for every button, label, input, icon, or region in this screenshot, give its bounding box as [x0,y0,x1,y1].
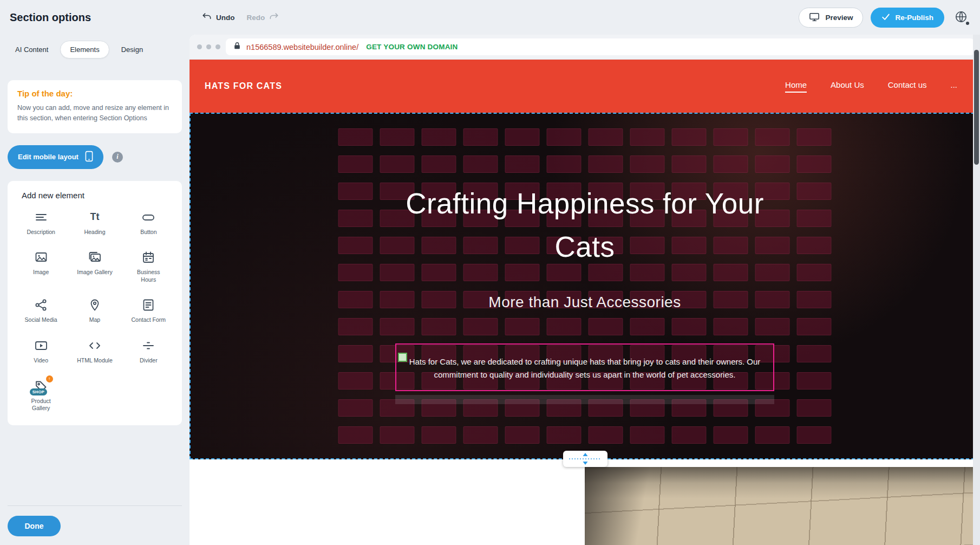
section-resize-handle[interactable] [563,451,607,467]
element-image-gallery[interactable]: Image Gallery [68,250,121,283]
floor-photo [585,467,980,545]
element-html-module[interactable]: HTML Module [68,338,121,365]
tip-of-the-day-card: Tip of the day: Now you can add, move an… [8,80,182,133]
grid-cell [338,210,373,227]
element-product-gallery[interactable]: SHOP↑Product Gallery [14,379,68,412]
grid-cell [714,426,748,444]
element-label: Business Hours [129,269,168,283]
grid-cell [463,155,498,173]
element-contact-form[interactable]: Contact Form [122,297,175,324]
scrollbar-track [973,35,980,545]
grid-cell [338,318,373,335]
element-button[interactable]: Button [122,210,175,236]
heading-icon: Tt [90,210,99,225]
grid-cell [338,237,373,254]
topbar: Section options Undo Redo Preview Re-Pub [0,0,980,35]
tab-design[interactable]: Design [114,41,151,59]
redo-icon [269,11,279,24]
redo-label: Redo [247,14,265,22]
grid-cell [463,426,498,444]
element-heading[interactable]: TtHeading [68,210,121,236]
grid-cell [338,345,373,362]
grid-cell [797,264,832,281]
grid-cell [422,426,456,444]
grid-cell [755,128,790,146]
scrollbar[interactable] [974,50,979,165]
tab-elements[interactable]: Elements [60,41,109,59]
product-gallery-icon: SHOP↑ [34,379,48,394]
info-icon[interactable]: i [112,152,123,163]
element-image[interactable]: Image [14,250,68,283]
grid-cell [422,318,456,335]
image-gallery-icon [88,250,102,265]
preview-button[interactable]: Preview [799,8,863,28]
html-module-icon [88,338,102,353]
undo-label: Undo [216,14,235,22]
grid-cell [714,318,748,335]
edit-mobile-layout-button[interactable]: Edit mobile layout [8,145,103,169]
element-label: Button [140,229,156,236]
grid-cell [338,426,373,444]
republish-button[interactable]: Re-Publish [871,8,944,28]
next-section[interactable] [190,467,980,545]
element-label: Image [33,269,49,276]
get-domain-link[interactable]: GET YOUR OWN DOMAIN [366,43,458,51]
shop-badge: SHOP [30,388,47,395]
element-divider[interactable]: Divider [122,338,175,365]
grid-cell [505,155,540,173]
notification-dot [966,22,969,25]
grid-cell [338,399,373,417]
grid-cell [505,128,540,146]
tab-ai-content[interactable]: AI Content [8,41,56,59]
element-video[interactable]: Video [14,338,68,365]
devices-icon [809,11,820,24]
grid-cell [338,372,373,390]
hero-subheading[interactable]: More than Just Accessories [190,294,980,311]
element-label: Divider [140,357,158,365]
grid-cell [380,426,415,444]
selected-paragraph[interactable]: Hats for Cats, we are dedicated to craft… [395,343,774,391]
element-description[interactable]: Description [14,210,68,236]
nav-home[interactable]: Home [785,80,807,93]
hero-heading[interactable]: Crafting Happiness for Your Cats [401,182,769,268]
grid-cell [422,128,456,146]
grid-cell [797,210,832,227]
nav-more[interactable]: ... [950,80,957,93]
done-button[interactable]: Done [8,516,61,536]
grid-cell [589,318,623,335]
grid-cell [755,426,790,444]
grid-cell [672,318,707,335]
grid-cell [547,426,582,444]
grid-cell [338,264,373,281]
grid-cell [755,318,790,335]
grid-cell [755,155,790,173]
element-grid: DescriptionTtHeadingButtonImageImage Gal… [14,210,175,412]
undo-button[interactable]: Undo [201,11,235,24]
resize-handle[interactable] [398,353,407,362]
grid-cell [589,128,623,146]
language-globe-button[interactable] [952,8,970,27]
element-business-hours[interactable]: Business Hours [122,250,175,283]
grid-cell [547,318,582,335]
element-map[interactable]: Map [68,297,121,324]
site-header[interactable]: HATS FOR CATS HomeAbout UsContact us... [190,60,980,113]
grid-cell [505,426,540,444]
nav-contact-us[interactable]: Contact us [888,80,927,93]
browser-chrome: n1566589.websitebuilder.online/ GET YOUR… [190,35,980,60]
lock-icon [233,42,241,52]
map-icon [88,297,102,313]
element-social-media[interactable]: Social Media [14,297,68,324]
image-icon [34,250,48,265]
address-bar[interactable]: n1566589.websitebuilder.online/ GET YOUR… [226,38,975,55]
grid-cell [672,155,707,173]
element-label: HTML Module [77,357,113,365]
grid-cell [797,372,832,390]
hero-section[interactable]: Crafting Happiness for Your Cats More th… [190,113,980,459]
business-hours-icon [141,250,155,265]
nav-about-us[interactable]: About Us [831,80,864,93]
section-options-panel: AI ContentElementsDesign Tip of the day:… [0,35,190,545]
grid-cell [630,128,665,146]
redo-button[interactable]: Redo [247,11,280,24]
ghost-row [395,395,774,404]
grid-cell [463,128,498,146]
